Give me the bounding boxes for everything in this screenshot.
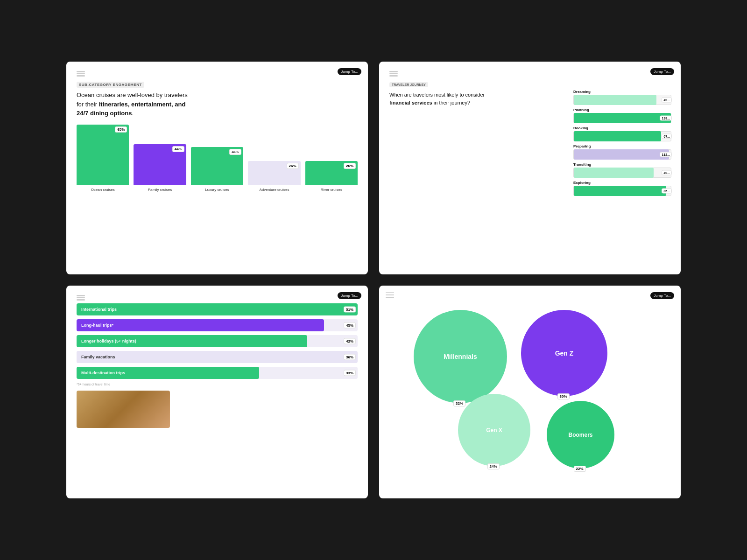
panel-icon-1	[77, 71, 85, 77]
bar-name: Adventure cruises	[259, 188, 289, 192]
h-bar-value: 67...	[662, 134, 672, 139]
bar-value: 26%	[344, 163, 356, 169]
journey-bar-row: Booking 67...	[573, 126, 671, 141]
bar-name: Ocean cruises	[91, 188, 115, 192]
bubble-value: 30%	[557, 393, 570, 399]
bar-name: Family cruises	[148, 188, 172, 192]
panel-bubble-chart: Jump To... Millennials32%Gen Z30%Gen X24…	[379, 286, 681, 498]
trips-bar-row: Family vacations 36%	[77, 351, 358, 363]
bubble: Boomers	[547, 401, 614, 469]
bubble-value: 22%	[574, 466, 586, 472]
bar-value: 44%	[172, 146, 184, 152]
thumbnail-image	[77, 391, 170, 428]
h-bar-label: Planning	[573, 108, 671, 112]
bar-column: 65% Ocean cruises	[77, 125, 129, 192]
bar-column: 41% Luxury cruises	[191, 147, 243, 192]
panel-hbar-trips: Jump To... International trips 51% Long-…	[66, 286, 368, 498]
bubble: Gen Z	[521, 310, 607, 396]
panel-icon-4	[386, 292, 394, 298]
jump-button-3[interactable]: Jump To...	[338, 292, 361, 299]
bar-name: Luxury cruises	[205, 188, 229, 192]
journey-bar-row: Exploring 85...	[573, 181, 671, 196]
jump-button-1[interactable]: Jump To...	[338, 68, 361, 75]
h-bar-label: Booking	[573, 126, 671, 130]
trips-bar-row: International trips 51%	[77, 303, 358, 315]
h-bar-label: Transiting	[573, 162, 671, 167]
bar-chart: 65% Ocean cruises 44% Family cruises 41%…	[77, 126, 358, 192]
journey-bar-list: Dreaming 49... Planning 138... Booking 6…	[573, 90, 671, 199]
trips-bar-value: 33%	[344, 370, 356, 376]
h-bar-label: Preparing	[573, 144, 671, 148]
bar-column: 26% Adventure cruises	[248, 161, 300, 192]
section-label-2: TRAVELER JOURNEY	[389, 82, 428, 87]
panel1-headline: Ocean cruises are well-loved by traveler…	[77, 91, 193, 118]
panel-bar-chart: Jump To... SUB-CATEGORY ENGAGEMENT Ocean…	[66, 62, 368, 274]
journey-bar-row: Dreaming 49...	[573, 90, 671, 105]
trips-bar-value: 42%	[344, 338, 356, 344]
trips-bar-list: International trips 51% Long-haul trips*…	[77, 303, 358, 379]
h-bar-value: 49...	[662, 170, 672, 175]
bubble-value: 32%	[453, 400, 465, 406]
panel-icon-3	[77, 295, 85, 301]
h-bar-value: 85...	[662, 189, 672, 194]
panel2-question: When are travelers most likely to consid…	[389, 91, 492, 106]
h-bar-value: 112...	[660, 152, 672, 157]
bar-value: 65%	[115, 126, 127, 133]
h-bar-value: 138...	[660, 116, 672, 121]
bar-column: 26% River cruises	[305, 161, 358, 192]
panel-hbar-journey: Jump To... TRAVELER JOURNEY When are tra…	[379, 62, 681, 274]
panel-icon-2	[389, 71, 398, 77]
journey-bar-row: Planning 138...	[573, 108, 671, 123]
h-bar-label: Exploring	[573, 181, 671, 185]
jump-button-4[interactable]: Jump To...	[650, 292, 674, 299]
trips-bar-row: Longer holidays (5+ nights) 42%	[77, 335, 358, 347]
footnote: *6+ hours of travel time	[77, 383, 358, 386]
journey-bar-row: Preparing 112...	[573, 144, 671, 160]
bubble: Millennials	[414, 310, 507, 403]
jump-button-2[interactable]: Jump To...	[650, 68, 674, 75]
category-label: SUB-CATEGORY ENGAGEMENT	[77, 82, 144, 88]
bubble: Gen X	[458, 394, 530, 466]
trips-bar-row: Long-haul trips* 45%	[77, 319, 358, 331]
h-bar-value: 49...	[662, 98, 672, 103]
trips-bar-value: 45%	[344, 322, 356, 329]
journey-bar-row: Transiting 49...	[573, 162, 671, 178]
bubble-value: 24%	[487, 463, 500, 469]
bubble-chart: Millennials32%Gen Z30%Gen X24%Boomers22%	[386, 301, 674, 498]
dashboard: Jump To... SUB-CATEGORY ENGAGEMENT Ocean…	[0, 0, 747, 560]
bar-name: River cruises	[321, 188, 342, 192]
trips-bar-value: 36%	[344, 354, 356, 360]
bar-value: 41%	[229, 149, 241, 155]
bar-value: 26%	[287, 163, 299, 169]
trips-bar-row: Multi-destination trips 33%	[77, 367, 358, 379]
trips-bar-value: 51%	[344, 307, 356, 313]
h-bar-label: Dreaming	[573, 90, 671, 94]
bar-column: 44% Family cruises	[134, 144, 186, 192]
